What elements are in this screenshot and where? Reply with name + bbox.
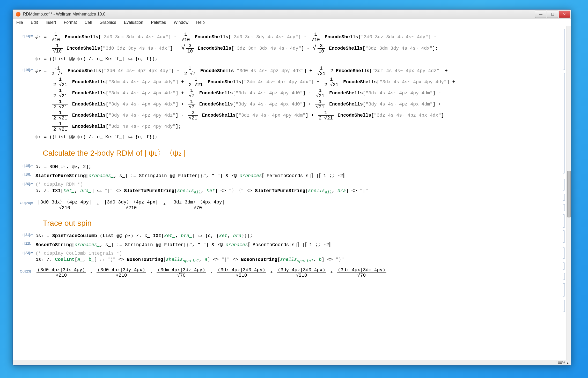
frac-den: √10 [180, 37, 191, 42]
cell-in16[interactable]: In[16]:= ψ₂ = -12 √7 EncodeShells["3d0 4… [13, 64, 561, 142]
shell-arg: 3dz 3dm 3dy 4s 4s~ 4dx [368, 46, 430, 51]
frac-num: -1 [50, 66, 64, 71]
cell-out20: Out[20]= |3d0 3dx〉〈4pz 4py|√210 + |3d0 3… [13, 197, 561, 213]
shell-arg: 3d0 4s 4s~ 4pz 4py 4dx [239, 68, 301, 73]
frac-den: 2 √7 [50, 71, 64, 76]
frac-num: 1 [50, 32, 61, 37]
out-den: √210 [217, 273, 266, 278]
cell-brackets[interactable] [561, 26, 567, 360]
out-den: √210 [97, 273, 146, 278]
shell-arg: 3dz 4s 4s~ 4pz 4px 4dx [377, 113, 438, 118]
frac-num: 1 [52, 43, 63, 49]
shell-arg: 3dm 4s 4s~ 4pz 4px 4dy [111, 79, 173, 85]
menu-edit[interactable]: Edit [29, 20, 40, 25]
out-den: √210 [36, 273, 86, 278]
out-den: √70 [170, 205, 226, 210]
cell-in20[interactable]: In[20]:= (* display RDM *) ρ₂ /. IXI[ket… [13, 180, 561, 197]
out-body-20: |3d0 3dx〉〈4pz 4py|√210 + |3d0 3dy〉〈4pz 4… [33, 197, 561, 212]
menu-cell[interactable]: Cell [83, 20, 93, 25]
in-label-18: In[18]:= [13, 163, 33, 168]
psi1-rule: ψ₁ = ((List @@ ψ₁) /. c_ Ket[f_] ⧴ {c, f… [35, 56, 561, 62]
menu-window[interactable]: Window [172, 20, 190, 25]
frac-num: 1 [188, 99, 196, 104]
frac-num: 1 [188, 88, 196, 93]
section-heading-trace: Trace out spin [13, 213, 561, 231]
code-mid: , s_] := StringJoin @@ Flatten[{#, " "} … [100, 242, 225, 247]
frac-den: √10 [52, 49, 63, 54]
frac-num: 1 [315, 88, 325, 93]
cell-in21[interactable]: In[21]:= ρs₂ = SpinTraceCoulomb[(List @@… [13, 231, 561, 240]
menu-insert[interactable]: Insert [44, 20, 57, 25]
cell-in14[interactable]: In[14]:= ψ₁ = 1√10 EncodeShells["3d0 3dm… [13, 30, 561, 64]
orb-arg: orbnames [240, 173, 262, 178]
frac-den: √21 [315, 104, 325, 110]
frac-den: 2 √21 [52, 104, 68, 110]
titlebar[interactable]: RDMdemo.cdf * - Wolfram Mathematica 10.0… [13, 10, 571, 19]
cell-body-14: ψ₁ = 1√10 EncodeShells["3d0 3dm 3dx 4s 4… [33, 30, 561, 63]
menu-help[interactable]: Help [195, 20, 206, 25]
frac-den: √10 [310, 37, 321, 42]
out-num: |3d0 3dy〉〈4pz 4px| [103, 199, 159, 205]
cell-out23: Out[23]= (3d0 4pz|3dx 4py)√210 - (3d0 4p… [13, 265, 561, 280]
cell-in23[interactable]: In[23]:= (* display Coulomb integrals *)… [13, 249, 561, 266]
zoom-level[interactable]: 100% [556, 361, 565, 365]
shell-arg: 3dz 3dm 3dx 4s 4s~ 4dy [237, 46, 298, 51]
out-num: |3d0 3dx〉〈4pz 4py| [36, 199, 93, 205]
frac-den: 2 √21 [52, 127, 68, 132]
window-controls: — ☐ ✕ [535, 11, 570, 18]
close-button[interactable]: ✕ [559, 11, 570, 18]
psi2-rule: ψ₂ = ((List @@ ψ₂) /. c_ Ket[f_] ⧴ {c, f… [35, 134, 561, 140]
frac-num: 1 [188, 77, 204, 82]
frac-den: 2 √7 [183, 71, 196, 76]
frac-num: 1 [180, 32, 191, 37]
maximize-button[interactable]: ☐ [547, 11, 558, 18]
frac-den: √10 [50, 37, 61, 42]
frac-num: 1 [52, 121, 68, 127]
out-num: (3d0 4pz|3dx 4py) [36, 267, 86, 273]
comment-coulomb: (* display Coulomb integrals *) [35, 251, 561, 256]
menu-format[interactable]: Format [62, 20, 78, 25]
in-label-19: In[19]:= [13, 171, 33, 176]
frac-num: 1 [310, 32, 321, 37]
scrollbar-thumb[interactable] [567, 171, 571, 217]
orb-arg: orbnames_ [89, 173, 114, 178]
in-label-14: In[14]:= [13, 30, 33, 38]
shell-arg: 3dx 4s 4s~ 4pz 4py 4d0 [238, 90, 300, 96]
in-label-22: In[22]:= [13, 240, 33, 245]
frac-den: √21 [188, 116, 198, 121]
vertical-scrollbar[interactable] [567, 26, 571, 360]
cell-body-20: (* display RDM *) ρ₂ /. IXI[ket_, bra_] … [33, 181, 561, 196]
shell-arg: 3dy 4s 4s~ 4pz 4py 4dz [111, 113, 173, 118]
notebook[interactable]: In[14]:= ψ₁ = 1√10 EncodeShells["3d0 3dm… [13, 26, 561, 360]
shell-arg: 3dy 4s 4s~ 4pz 4px 4d0 [238, 102, 300, 107]
cell-body-23: (* display Coulomb integrals *) ρs₂ /. C… [33, 250, 561, 265]
in-label-20: In[20]:= [13, 181, 33, 186]
out-den: √70 [157, 273, 206, 278]
minimize-button[interactable]: — [535, 11, 546, 18]
menu-palettes[interactable]: Palettes [149, 20, 167, 25]
frac-den: 2 √21 [52, 116, 68, 121]
menu-file[interactable]: File [15, 20, 25, 25]
orb-arg: orbnames_ [75, 242, 100, 247]
out-den: √210 [103, 205, 159, 210]
cell-in22[interactable]: In[22]:= BosonToString[orbnames_, s_] :=… [13, 240, 561, 249]
shell-arg: 3d0 3dz 3dx 4s 4s~ 4dy [364, 34, 425, 40]
out-den: √70 [337, 273, 386, 278]
shell-arg: 3dz 4s 4s~ 4pz 4py 4dy [111, 124, 173, 129]
out-num: (3d0 4pz|3dy 4px) [97, 267, 146, 273]
shell-arg: 3dm 4s 4s~ 4pz 4py 4dx [247, 79, 308, 85]
out-den: √210 [277, 273, 326, 278]
in-label-21: In[21]:= [13, 232, 33, 237]
frac-num: 3 [186, 43, 194, 48]
shell-arg: 3d0 4s 4s~ 4pz 4px 4dy [107, 68, 168, 73]
out-num: (3dy 4pz|3d0 4px) [277, 267, 326, 273]
menu-graphics[interactable]: Graphics [98, 20, 118, 25]
menu-evaluation[interactable]: Evaluation [122, 20, 145, 25]
frac-den: 2 √21 [188, 82, 204, 87]
zoom-chevron-icon[interactable]: ▴ [567, 361, 569, 365]
frac-den: √7 [188, 104, 196, 110]
orb-arg: orbnames [226, 242, 248, 247]
cell-in19[interactable]: In[19]:= SlaterToPureString[orbnames_, s… [13, 171, 561, 180]
frac-num: 1 [52, 77, 68, 82]
cell-in18[interactable]: In[18]:= ρ₂ = RDM[ψ₁, ψ₂, 2]; [13, 162, 561, 171]
